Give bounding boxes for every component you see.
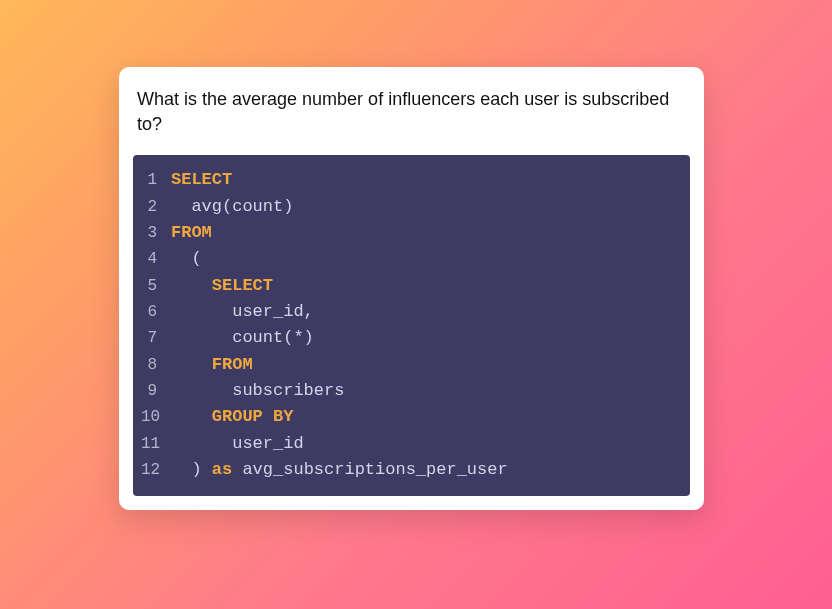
code-content: user_id — [171, 431, 304, 457]
code-content: SELECT — [171, 167, 232, 193]
line-number: 7 — [141, 326, 171, 351]
code-line: 8 FROM — [133, 352, 690, 378]
line-number: 4 — [141, 247, 171, 272]
code-content: SELECT — [171, 273, 273, 299]
code-content: avg(count) — [171, 194, 293, 220]
sql-code-block[interactable]: 1SELECT2 avg(count)3FROM4 (5 SELECT6 use… — [133, 155, 690, 495]
code-line: 5 SELECT — [133, 273, 690, 299]
code-line: 4 ( — [133, 246, 690, 272]
code-content: user_id, — [171, 299, 314, 325]
line-number: 9 — [141, 379, 171, 404]
code-line: 11 user_id — [133, 431, 690, 457]
code-content: count(*) — [171, 325, 314, 351]
code-content: subscribers — [171, 378, 344, 404]
code-content: FROM — [171, 220, 212, 246]
code-line: 6 user_id, — [133, 299, 690, 325]
line-number: 12 — [141, 458, 171, 483]
code-line: 2 avg(count) — [133, 194, 690, 220]
code-line: 12 ) as avg_subscriptions_per_user — [133, 457, 690, 483]
line-number: 6 — [141, 300, 171, 325]
code-line: 9 subscribers — [133, 378, 690, 404]
line-number: 5 — [141, 274, 171, 299]
code-line: 3FROM — [133, 220, 690, 246]
code-line: 7 count(*) — [133, 325, 690, 351]
code-content: GROUP BY — [171, 404, 293, 430]
query-card: What is the average number of influencer… — [119, 67, 704, 510]
code-content: FROM — [171, 352, 253, 378]
line-number: 3 — [141, 221, 171, 246]
line-number: 8 — [141, 353, 171, 378]
line-number: 1 — [141, 168, 171, 193]
code-content: ) as avg_subscriptions_per_user — [171, 457, 508, 483]
code-content: ( — [171, 246, 202, 272]
line-number: 11 — [141, 432, 171, 457]
question-text: What is the average number of influencer… — [133, 81, 690, 155]
line-number: 2 — [141, 195, 171, 220]
code-line: 1SELECT — [133, 167, 690, 193]
line-number: 10 — [141, 405, 171, 430]
code-line: 10 GROUP BY — [133, 404, 690, 430]
